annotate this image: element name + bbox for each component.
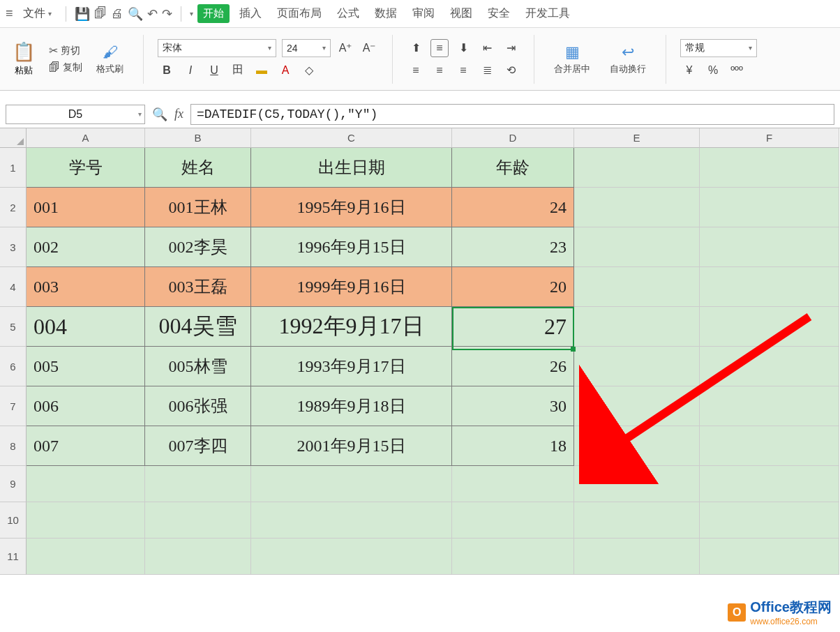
cell[interactable] <box>27 539 145 575</box>
row-header[interactable]: 2 <box>0 188 27 227</box>
cell[interactable]: 002 <box>27 227 145 267</box>
menu-icon[interactable]: ≡ <box>6 6 13 21</box>
italic-button[interactable]: I <box>181 61 200 80</box>
cell[interactable]: 1993年9月17日 <box>251 347 452 386</box>
cell[interactable] <box>251 466 452 502</box>
cell[interactable]: 005 <box>27 347 145 386</box>
decrease-font-button[interactable]: A⁻ <box>360 39 378 57</box>
row-header[interactable]: 11 <box>0 539 27 575</box>
cell[interactable]: 2001年9月15日 <box>251 426 452 466</box>
cell[interactable] <box>700 148 839 188</box>
fx-icon[interactable]: fx <box>174 107 183 121</box>
cell[interactable] <box>700 188 839 227</box>
cell[interactable] <box>574 426 700 466</box>
cell[interactable] <box>574 267 700 307</box>
cell[interactable]: 出生日期 <box>251 148 452 188</box>
cell[interactable] <box>145 539 251 575</box>
justify-button[interactable]: ≣ <box>478 61 496 80</box>
tab-security[interactable]: 安全 <box>482 3 516 24</box>
cell[interactable] <box>574 188 700 227</box>
row-header[interactable]: 4 <box>0 267 27 307</box>
cell[interactable]: 姓名 <box>145 148 251 188</box>
cell[interactable] <box>574 539 700 575</box>
cell[interactable]: 18 <box>452 426 574 466</box>
row-header[interactable]: 10 <box>0 502 27 539</box>
cell[interactable]: 001王林 <box>145 188 251 227</box>
cell[interactable]: 1999年9月16日 <box>251 267 452 307</box>
cell[interactable]: 001 <box>27 188 145 227</box>
cell[interactable]: 005林雪 <box>145 347 251 386</box>
cell[interactable]: 007 <box>27 426 145 466</box>
font-family-select[interactable]: 宋体▾ <box>158 39 276 57</box>
cell[interactable]: 26 <box>452 347 574 386</box>
cell[interactable]: 004 <box>27 307 145 347</box>
save-icon[interactable]: 💾 <box>75 6 90 22</box>
cell[interactable] <box>700 466 839 502</box>
cell[interactable] <box>700 227 839 267</box>
cell[interactable] <box>251 539 452 575</box>
tab-view[interactable]: 视图 <box>444 3 478 24</box>
cell[interactable]: 年龄 <box>452 148 574 188</box>
align-left-button[interactable]: ≡ <box>407 61 425 80</box>
align-bottom-button[interactable]: ⬇ <box>454 39 472 57</box>
cell[interactable] <box>700 539 839 575</box>
cell[interactable]: 1992年9月17日 <box>251 307 452 347</box>
cell[interactable]: 24 <box>452 188 574 227</box>
bold-button[interactable]: B <box>158 61 176 80</box>
cell[interactable] <box>700 386 839 426</box>
cell[interactable]: 007李四 <box>145 426 251 466</box>
number-format-select[interactable]: 常规▾ <box>680 39 757 57</box>
cell[interactable] <box>574 502 700 539</box>
cell[interactable] <box>574 347 700 386</box>
border-button[interactable]: 田 <box>229 61 247 80</box>
col-header-A[interactable]: A <box>27 128 145 148</box>
row-header[interactable]: 9 <box>0 466 27 502</box>
cell[interactable] <box>574 307 700 347</box>
cell[interactable] <box>145 502 251 539</box>
cell[interactable] <box>700 347 839 386</box>
cell[interactable] <box>452 539 574 575</box>
col-header-E[interactable]: E <box>574 128 700 148</box>
tab-review[interactable]: 审阅 <box>407 3 440 24</box>
tab-start[interactable]: 开始 <box>197 4 230 23</box>
row-header[interactable]: 1 <box>0 148 27 188</box>
col-header-F[interactable]: F <box>700 128 839 148</box>
tab-formula[interactable]: 公式 <box>331 3 365 24</box>
preview-icon[interactable]: 🔍 <box>128 6 143 22</box>
currency-button[interactable]: ¥ <box>680 61 698 80</box>
tab-devtools[interactable]: 开发工具 <box>520 3 576 24</box>
formula-input[interactable]: =DATEDIF(C5,TODAY(),"Y") <box>190 104 834 125</box>
cell[interactable]: 1996年9月15日 <box>251 227 452 267</box>
print-icon[interactable]: 🖨 <box>111 6 123 21</box>
cell[interactable] <box>700 426 839 466</box>
cell[interactable] <box>574 227 700 267</box>
redo-icon[interactable]: ↷ <box>162 6 172 22</box>
format-painter-button[interactable]: 🖌 格式刷 <box>91 40 129 78</box>
increase-font-button[interactable]: A⁺ <box>336 39 354 57</box>
align-center-button[interactable]: ≡ <box>430 61 449 80</box>
col-header-D[interactable]: D <box>452 128 574 148</box>
align-right-button[interactable]: ≡ <box>454 61 472 80</box>
cell[interactable] <box>574 466 700 502</box>
cell[interactable]: 003王磊 <box>145 267 251 307</box>
row-header[interactable]: 7 <box>0 386 27 426</box>
zoom-icon[interactable]: 🔍 <box>152 107 167 122</box>
cell[interactable] <box>27 466 145 502</box>
align-middle-button[interactable]: ≡ <box>430 39 449 57</box>
qat-dropdown-icon[interactable]: ▾ <box>190 10 193 17</box>
wrap-text-button[interactable]: ↩ 自动换行 <box>604 40 652 78</box>
cell[interactable]: 004吴雪 <box>145 307 251 347</box>
row-header[interactable]: 8 <box>0 426 27 466</box>
fill-color-button[interactable]: ▬ <box>253 61 271 80</box>
cell[interactable] <box>452 466 574 502</box>
cell[interactable]: 30 <box>452 386 574 426</box>
percent-button[interactable]: % <box>704 61 722 80</box>
comma-button[interactable]: ººº <box>728 61 746 80</box>
indent-decrease-button[interactable]: ⇤ <box>478 39 496 57</box>
cell[interactable]: 1989年9月18日 <box>251 386 452 426</box>
cell[interactable]: 27 <box>452 307 574 347</box>
indent-increase-button[interactable]: ⇥ <box>502 39 520 57</box>
copy-button[interactable]: 🗐复制 <box>49 61 82 74</box>
cell[interactable]: 003 <box>27 267 145 307</box>
cell[interactable]: 002李昊 <box>145 227 251 267</box>
